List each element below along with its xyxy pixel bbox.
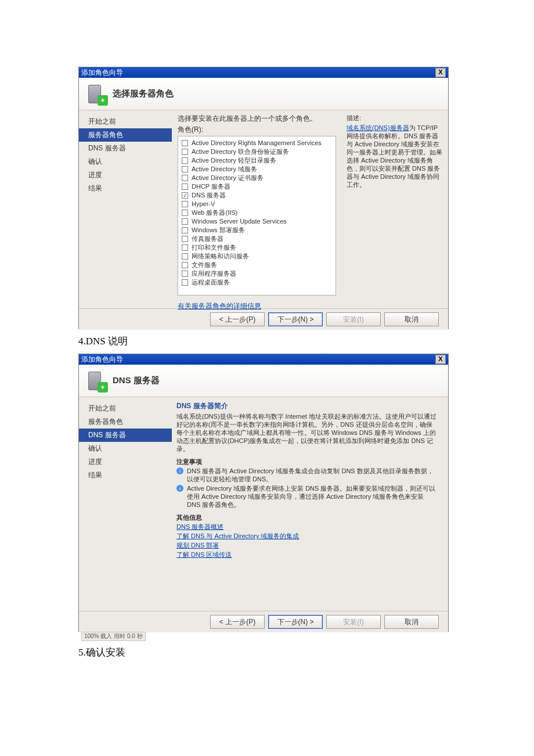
cancel-button[interactable]: 取消 xyxy=(384,615,439,629)
intro-paragraph: 域名系统(DNS)提供一种将名称与数字 Internet 地址关联起来的标准方法… xyxy=(176,412,436,453)
role-item[interactable]: DNS 服务器 xyxy=(182,191,332,200)
sidebar-item[interactable]: 开始之前 xyxy=(79,115,172,128)
sidebar-item[interactable]: 确认 xyxy=(79,442,172,455)
intro-heading: DNS 服务器简介 xyxy=(176,402,436,410)
checkbox-icon[interactable] xyxy=(182,236,188,242)
role-label: Active Directory 联合身份验证服务 xyxy=(192,147,289,156)
role-label: DNS 服务器 xyxy=(192,191,226,200)
caption-5: 5.确认安装 xyxy=(78,646,125,659)
checkbox-icon[interactable] xyxy=(182,271,188,277)
add-roles-wizard-dialog-2: 添加角色向导 X + DNS 服务器 开始之前服务器角色DNS 服务器确认进度结… xyxy=(78,354,449,632)
role-item[interactable]: Active Directory 轻型目录服务 xyxy=(182,156,332,165)
titlebar[interactable]: 添加角色向导 X xyxy=(79,67,448,78)
add-roles-wizard-dialog-1: 添加角色向导 X + 选择服务器角色 开始之前服务器角色DNS 服务器确认进度结… xyxy=(78,67,449,329)
role-label: Active Directory 域服务 xyxy=(192,165,257,174)
prev-button[interactable]: < 上一步(P) xyxy=(210,312,265,326)
checkbox-icon[interactable] xyxy=(182,183,188,190)
sidebar-item[interactable]: DNS 服务器 xyxy=(79,142,172,155)
prev-button[interactable]: < 上一步(P) xyxy=(210,615,265,629)
checkbox-icon[interactable] xyxy=(182,201,188,207)
more-info-link[interactable]: 有关服务器角色的详细信息 xyxy=(178,301,261,311)
role-item[interactable]: 网络策略和访问服务 xyxy=(182,252,332,261)
window-title: 添加角色向导 xyxy=(81,354,123,365)
info-link[interactable]: 规划 DNS 部署 xyxy=(176,541,436,549)
role-label: 网络策略和访问服务 xyxy=(192,252,249,261)
sidebar-item[interactable]: 进度 xyxy=(79,455,172,469)
next-button[interactable]: 下一步(N) > xyxy=(268,615,323,629)
dns-info-panel: DNS 服务器简介 域名系统(DNS)提供一种将名称与数字 Internet 地… xyxy=(172,397,448,611)
roles-list[interactable]: Active Directory Rights Management Servi… xyxy=(178,136,336,296)
role-item[interactable]: Active Directory 域服务 xyxy=(182,165,332,174)
role-item[interactable]: Active Directory Rights Management Servi… xyxy=(182,139,332,147)
checkbox-icon[interactable] xyxy=(182,157,188,164)
role-item[interactable]: 传真服务器 xyxy=(182,235,332,243)
role-label: Web 服务器(IIS) xyxy=(192,208,237,217)
checkbox-icon[interactable] xyxy=(182,253,188,260)
info-link[interactable]: 了解 DNS 与 Active Directory 域服务的集成 xyxy=(176,532,436,540)
caption-4: 4.DNS 说明 xyxy=(78,334,128,348)
header: + 选择服务器角色 xyxy=(79,78,448,110)
window-title: 添加角色向导 xyxy=(81,67,123,78)
notes-heading: 注意事项 xyxy=(176,458,436,466)
role-label: 远程桌面服务 xyxy=(192,278,230,287)
wizard-sidebar: 开始之前服务器角色DNS 服务器确认进度结果 xyxy=(79,397,172,611)
info-link[interactable]: DNS 服务器概述 xyxy=(176,523,436,531)
checkbox-icon[interactable] xyxy=(182,227,188,233)
role-item[interactable]: DHCP 服务器 xyxy=(182,182,332,191)
other-info-links: DNS 服务器概述了解 DNS 与 Active Directory 域服务的集… xyxy=(176,523,436,559)
role-item[interactable]: 远程桌面服务 xyxy=(182,278,332,287)
sidebar-item[interactable]: 服务器角色 xyxy=(79,415,172,429)
header-title: 选择服务器角色 xyxy=(113,88,174,99)
checkbox-icon[interactable] xyxy=(182,175,188,181)
close-icon[interactable]: X xyxy=(435,68,446,77)
role-label: Windows Server Update Services xyxy=(192,217,287,226)
role-item[interactable]: Web 服务器(IIS) xyxy=(182,208,332,217)
cancel-button[interactable]: 取消 xyxy=(384,312,439,326)
checkbox-icon[interactable] xyxy=(182,149,188,155)
sidebar-item[interactable]: 结果 xyxy=(79,469,172,482)
role-item[interactable]: 打印和文件服务 xyxy=(182,243,332,252)
role-item[interactable]: Windows 部署服务 xyxy=(182,226,332,235)
wizard-icon: + xyxy=(86,370,107,391)
description-link[interactable]: 域名系统(DNS)服务器 xyxy=(347,124,409,131)
role-label: Active Directory 证书服务 xyxy=(192,174,264,182)
info-icon: i xyxy=(176,467,183,474)
sidebar-item[interactable]: 结果 xyxy=(79,182,172,195)
role-label: Active Directory Rights Management Servi… xyxy=(192,139,322,147)
checkbox-icon[interactable] xyxy=(182,140,188,146)
next-button[interactable]: 下一步(N) > xyxy=(268,312,323,326)
info-link[interactable]: 了解 DNS 区域传送 xyxy=(176,550,436,559)
role-item[interactable]: 应用程序服务器 xyxy=(182,269,332,278)
role-label: 打印和文件服务 xyxy=(192,243,236,252)
sidebar-item[interactable]: 服务器角色 xyxy=(79,128,172,142)
role-label: 应用程序服务器 xyxy=(192,269,236,278)
sidebar-item[interactable]: 进度 xyxy=(79,168,172,182)
note-item: i Active Directory 域服务要求在网络上安装 DNS 服务器。如… xyxy=(176,484,436,509)
checkbox-icon[interactable] xyxy=(182,262,188,268)
titlebar[interactable]: 添加角色向导 X xyxy=(79,354,448,365)
description-label: 描述: xyxy=(347,114,442,123)
sidebar-item[interactable]: DNS 服务器 xyxy=(79,429,172,442)
checkbox-icon[interactable] xyxy=(182,244,188,251)
role-label: 传真服务器 xyxy=(192,235,223,243)
role-item[interactable]: Active Directory 证书服务 xyxy=(182,174,332,182)
checkbox-icon[interactable] xyxy=(182,192,188,199)
other-info-heading: 其他信息 xyxy=(176,513,436,521)
role-item[interactable]: Hyper-V xyxy=(182,200,332,208)
checkbox-icon[interactable] xyxy=(182,166,188,172)
sidebar-item[interactable]: 开始之前 xyxy=(79,402,172,415)
status-bar-fragment: 100% 载入 用时 0.0 秒 xyxy=(81,632,146,641)
wizard-sidebar: 开始之前服务器角色DNS 服务器确认进度结果 xyxy=(79,110,172,308)
checkbox-icon[interactable] xyxy=(182,210,188,216)
checkbox-icon[interactable] xyxy=(182,279,188,286)
role-item[interactable]: Active Directory 联合身份验证服务 xyxy=(182,147,332,156)
checkbox-icon[interactable] xyxy=(182,218,188,225)
close-icon[interactable]: X xyxy=(435,355,446,364)
role-item[interactable]: Windows Server Update Services xyxy=(182,217,332,226)
roles-label: 角色(R): xyxy=(178,125,336,135)
role-label: Hyper-V xyxy=(192,200,215,208)
sidebar-item[interactable]: 确认 xyxy=(79,155,172,168)
note-item: i DNS 服务器与 Active Directory 域服务集成会自动复制 D… xyxy=(176,467,436,483)
role-item[interactable]: 文件服务 xyxy=(182,261,332,269)
role-label: 文件服务 xyxy=(192,261,217,269)
